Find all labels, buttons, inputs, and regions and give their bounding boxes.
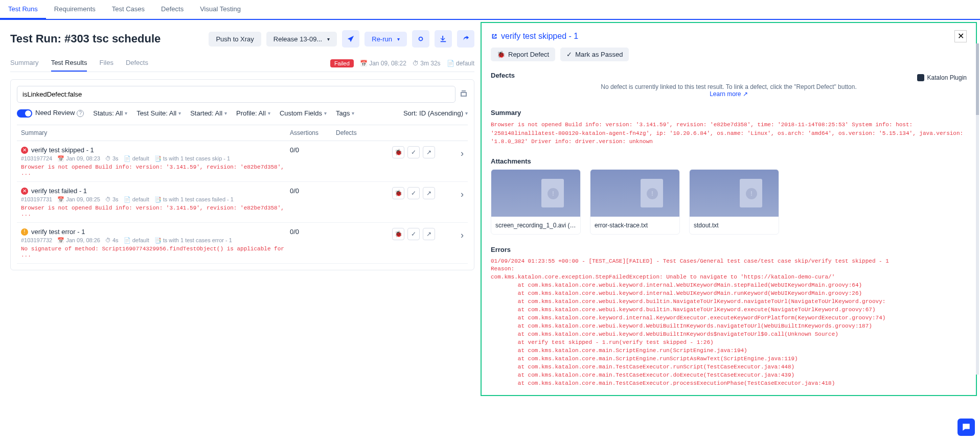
need-review-toggle[interactable]: Need Review? — [17, 109, 84, 118]
attachment-name: stdout.txt — [690, 217, 779, 234]
open-external-icon — [491, 33, 498, 40]
col-header-defects: Defects — [336, 129, 392, 136]
share-icon — [462, 35, 469, 42]
copy-icon-button[interactable] — [460, 86, 468, 103]
attachment-card[interactable]: !screen_recording_1_0.avi (20.29 — [491, 169, 581, 235]
katalon-plugin-link[interactable]: Katalon Plugin — [917, 74, 967, 81]
filter-tags[interactable]: Tags — [336, 109, 354, 117]
bug-icon-button[interactable]: 🐞 — [392, 146, 404, 158]
check-icon-button[interactable]: ✓ — [407, 228, 420, 240]
row-id: #103197732 — [21, 237, 52, 243]
send-icon-button[interactable] — [342, 30, 359, 48]
status-badge: Failed — [330, 59, 354, 67]
row-date: 📅 Jan 09, 08:25 — [57, 196, 100, 203]
row-profile: 📄 default — [124, 196, 149, 203]
close-detail-button[interactable]: ✕ — [954, 30, 967, 42]
row-id: #103197724 — [21, 155, 52, 161]
copy-icon — [460, 89, 468, 98]
tab-test-results[interactable]: Test Results — [51, 55, 87, 72]
tab-defects[interactable]: Defects — [126, 55, 148, 72]
row-error: Browser is not opened Build info: versio… — [21, 205, 290, 217]
attachment-name: error-stack-trace.txt — [590, 217, 679, 234]
attachment-name: screen_recording_1_0.avi (20.29 — [491, 217, 580, 234]
attachment-card[interactable]: !stdout.txt — [689, 169, 779, 235]
sort-dropdown[interactable]: Sort: ID (Ascending) — [403, 109, 468, 117]
tab-summary[interactable]: Summary — [10, 55, 39, 72]
rerun-dropdown[interactable]: Re-run — [364, 32, 407, 47]
row-profile: 📄 default — [124, 237, 149, 244]
chevron-right-icon[interactable]: › — [448, 146, 464, 159]
release-dropdown[interactable]: Release 13-09... — [266, 32, 337, 47]
errors-text: 01/09/2024 01:23:55 +00:00 - [TEST_CASE]… — [491, 258, 967, 388]
link-icon-button[interactable] — [412, 30, 429, 48]
status-icon: ! — [21, 228, 28, 236]
row-assertions: 0/0 — [290, 187, 336, 195]
attachments-heading: Attachments — [491, 157, 967, 165]
paper-plane-icon — [347, 35, 354, 42]
row-date: 📅 Jan 09, 08:23 — [57, 155, 100, 162]
push-to-xray-button[interactable]: Push to Xray — [209, 32, 261, 47]
filter-profile[interactable]: Profile: All — [236, 109, 270, 117]
open-external-icon-button[interactable]: ↗ — [423, 187, 435, 199]
run-date: 📅 Jan 09, 08:22 — [360, 60, 406, 67]
row-suite: 📑 ts with 1 test cases failed - 1 — [154, 196, 234, 203]
status-icon: ✕ — [21, 147, 28, 154]
row-duration: ⏱ 3s — [105, 155, 119, 161]
attachment-card[interactable]: !error-stack-trace.txt — [590, 169, 680, 235]
bug-icon-button[interactable]: 🐞 — [392, 187, 404, 199]
row-duration: ⏱ 4s — [105, 237, 119, 243]
row-duration: ⏱ 3s — [105, 196, 119, 202]
row-assertions: 0/0 — [290, 228, 336, 236]
chevron-right-icon[interactable]: › — [448, 187, 464, 200]
learn-more-link[interactable]: Learn more ↗ — [710, 90, 748, 98]
nav-visual-testing[interactable]: Visual Testing — [192, 0, 249, 19]
defects-heading: Defects — [491, 72, 515, 79]
row-profile: 📄 default — [124, 155, 149, 162]
table-row[interactable]: ✕verify test failed - 1#103197731📅 Jan 0… — [17, 182, 468, 223]
col-header-summary: Summary — [21, 129, 290, 136]
row-error: No signature of method: Script1690774329… — [21, 246, 290, 258]
tab-files[interactable]: Files — [99, 55, 113, 72]
run-profile: 📄 default — [447, 60, 474, 67]
row-id: #103197731 — [21, 196, 52, 202]
bug-icon-button[interactable]: 🐞 — [392, 228, 404, 240]
chevron-right-icon[interactable]: › — [448, 228, 464, 241]
filter-status[interactable]: Status: All — [93, 109, 127, 117]
report-defect-button[interactable]: 🐞 Report Defect — [491, 48, 555, 61]
share-icon-button[interactable] — [457, 30, 474, 48]
filter-custom-fields[interactable]: Custom Fields — [280, 109, 327, 117]
nav-requirements[interactable]: Requirements — [46, 0, 104, 19]
col-header-assertions: Assertions — [290, 129, 336, 136]
table-row[interactable]: !verify test error - 1#103197732📅 Jan 09… — [17, 223, 468, 264]
nav-test-runs[interactable]: Test Runs — [0, 0, 46, 19]
errors-heading: Errors — [491, 246, 967, 253]
help-icon[interactable]: ? — [77, 110, 84, 117]
page-title: Test Run: #303 tsc schedule — [10, 32, 161, 45]
scrollbar[interactable] — [976, 43, 979, 375]
defects-empty-text: No defect is currently linked to this te… — [601, 83, 857, 90]
filter-suite[interactable]: Test Suite: All — [136, 109, 181, 117]
detail-title[interactable]: verify test skipped - 1 — [491, 32, 578, 41]
row-suite: 📑 ts with 1 test cases error - 1 — [154, 237, 232, 244]
open-external-icon-button[interactable]: ↗ — [423, 228, 435, 240]
nav-test-cases[interactable]: Test Cases — [104, 0, 153, 19]
row-assertions: 0/0 — [290, 146, 336, 154]
filter-started[interactable]: Started: All — [190, 109, 227, 117]
check-icon-button[interactable]: ✓ — [407, 187, 420, 199]
nav-defects[interactable]: Defects — [153, 0, 192, 19]
open-external-icon-button[interactable]: ↗ — [423, 146, 435, 158]
status-icon: ✕ — [21, 188, 28, 195]
row-suite: 📑 ts with 1 test cases skip - 1 — [154, 155, 231, 162]
mark-as-passed-button[interactable]: ✓ Mark as Passed — [560, 48, 629, 61]
summary-text: Browser is not opened Build info: versio… — [491, 121, 967, 146]
check-icon-button[interactable]: ✓ — [407, 146, 420, 158]
row-error: Browser is not opened Build info: versio… — [21, 164, 290, 176]
summary-heading: Summary — [491, 109, 967, 117]
run-duration: ⏱ 3m 32s — [413, 60, 441, 67]
search-input[interactable] — [17, 86, 455, 103]
download-icon — [440, 35, 447, 42]
download-icon-button[interactable] — [435, 30, 452, 48]
table-row[interactable]: ✕verify test skipped - 1#103197724📅 Jan … — [17, 141, 468, 182]
link-icon — [417, 35, 424, 42]
row-date: 📅 Jan 09, 08:26 — [57, 237, 100, 244]
